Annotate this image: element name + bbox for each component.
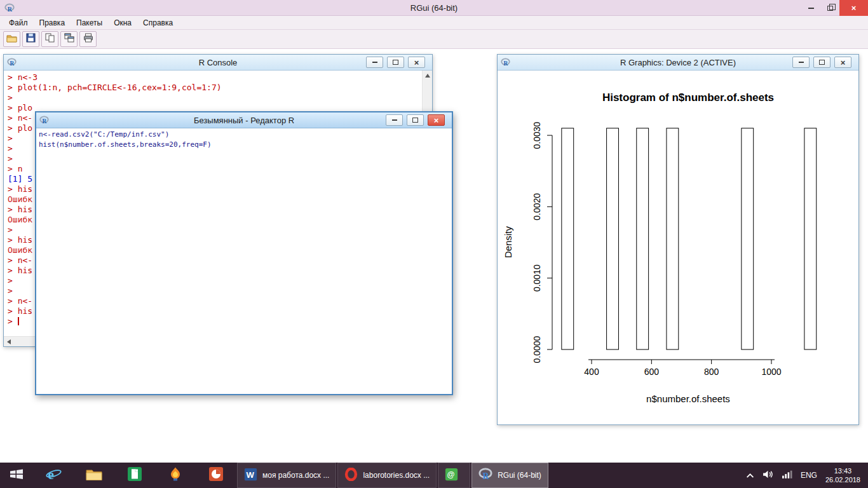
taskbar: e W моя работа.docx ... laborotories.doc… bbox=[0, 463, 868, 488]
taskbar-item-internet-explorer[interactable]: e bbox=[39, 463, 68, 488]
open-script-button[interactable] bbox=[3, 31, 20, 47]
svg-text:R: R bbox=[10, 60, 14, 67]
svg-text:Histogram of n$number.of.sheet: Histogram of n$number.of.sheets bbox=[602, 92, 774, 104]
windows-logo-icon bbox=[9, 468, 24, 483]
editor-area[interactable]: n<-read.csv2("C:/Temp/inf.csv")hist(n$nu… bbox=[36, 128, 452, 394]
menu-file[interactable]: Файл bbox=[3, 16, 34, 30]
taskbar-window-mail[interactable]: @ bbox=[438, 463, 470, 488]
minimize-button[interactable] bbox=[801, 0, 820, 16]
opera-icon bbox=[344, 468, 358, 484]
internet-explorer-icon: e bbox=[45, 466, 62, 485]
tray-time: 13:43 bbox=[825, 466, 860, 475]
console-maximize-button[interactable] bbox=[387, 57, 404, 68]
scroll-left-button[interactable] bbox=[4, 337, 14, 346]
taskbar-item-file-explorer[interactable] bbox=[79, 463, 109, 488]
toolbar bbox=[0, 30, 868, 49]
scroll-up-button[interactable] bbox=[423, 71, 432, 81]
taskbar-item-flame-app[interactable] bbox=[161, 463, 190, 488]
up-arrow-icon bbox=[425, 74, 430, 78]
r-logo-icon: R bbox=[39, 116, 49, 127]
menu-windows[interactable]: Окна bbox=[108, 16, 137, 30]
svg-text:W: W bbox=[247, 470, 255, 479]
r-logo-icon: R bbox=[7, 58, 17, 69]
graphics-maximize-button[interactable] bbox=[813, 57, 831, 68]
restore-button[interactable] bbox=[820, 0, 839, 16]
left-arrow-icon bbox=[7, 339, 11, 344]
start-button[interactable] bbox=[0, 463, 33, 488]
console-line: > plot(1:n, pch=CIRCLE<-16,cex=1:9,col=1… bbox=[8, 83, 421, 93]
editor-window: R Безымянный - Редактор R × n<-read.csv2… bbox=[35, 111, 453, 395]
folder-icon bbox=[86, 468, 102, 484]
tray-expand-button[interactable] bbox=[746, 470, 754, 481]
green-document-app-icon bbox=[127, 466, 142, 484]
console-line: > bbox=[8, 93, 421, 103]
taskbar-window-label: laborotories.docx ... bbox=[363, 471, 430, 480]
graphics-window: R R Graphics: Device 2 (ACTIVE) × Histog… bbox=[497, 54, 859, 425]
graphics-close-button[interactable]: × bbox=[834, 57, 851, 68]
windows-button[interactable] bbox=[60, 31, 78, 47]
flame-app-icon bbox=[168, 466, 183, 484]
svg-text:0.0010: 0.0010 bbox=[532, 264, 542, 292]
editor-line: hist(n$number.of.sheets,breaks=20,freq=F… bbox=[39, 140, 212, 151]
system-tray: ENG 13:43 26.02.2018 bbox=[746, 463, 868, 488]
menu-help[interactable]: Справка bbox=[137, 16, 179, 30]
svg-text:800: 800 bbox=[704, 367, 719, 377]
svg-text:0.0000: 0.0000 bbox=[532, 336, 542, 363]
windows-tile-icon bbox=[64, 33, 74, 45]
text-cursor bbox=[18, 317, 19, 325]
taskbar-item-green-document-app[interactable] bbox=[120, 463, 149, 488]
taskbar-window-label: моя работа.docx ... bbox=[262, 471, 329, 480]
svg-text:R: R bbox=[503, 60, 508, 67]
histogram-canvas: Histogram of n$number.of.sheets400600800… bbox=[498, 71, 858, 424]
console-close-button[interactable]: × bbox=[408, 57, 425, 68]
svg-text:0.0020: 0.0020 bbox=[532, 193, 542, 220]
taskbar-window-rgui[interactable]: R RGui (64-bit) bbox=[471, 463, 548, 488]
copy-paste-button[interactable] bbox=[41, 31, 58, 47]
main-titlebar[interactable]: R RGui (64-bit) × bbox=[0, 0, 868, 16]
print-button[interactable] bbox=[79, 31, 97, 47]
svg-text:0.0030: 0.0030 bbox=[532, 121, 542, 149]
print-icon bbox=[83, 33, 93, 45]
editor-titlebar[interactable]: R Безымянный - Редактор R × bbox=[36, 112, 452, 128]
svg-text:600: 600 bbox=[644, 367, 660, 377]
network-icon[interactable] bbox=[782, 470, 792, 482]
menu-edit[interactable]: Правка bbox=[34, 16, 71, 30]
svg-text:e: e bbox=[48, 466, 54, 482]
mail-at-icon: @ bbox=[445, 468, 458, 484]
copy-paste-icon bbox=[45, 33, 55, 45]
graphics-minimize-button[interactable] bbox=[792, 57, 810, 68]
menu-packages[interactable]: Пакеты bbox=[71, 16, 108, 30]
close-button[interactable]: × bbox=[839, 0, 868, 16]
window-title: RGui (64-bit) bbox=[0, 0, 868, 16]
r-logo-icon: R bbox=[501, 58, 510, 69]
save-floppy-icon bbox=[26, 33, 36, 45]
console-minimize-button[interactable] bbox=[366, 57, 383, 68]
volume-icon[interactable] bbox=[763, 470, 773, 482]
clock[interactable]: 13:43 26.02.2018 bbox=[825, 466, 860, 484]
taskbar-window-word-doc[interactable]: W моя работа.docx ... bbox=[237, 463, 336, 488]
editor-minimize-button[interactable] bbox=[386, 114, 403, 126]
language-indicator[interactable]: ENG bbox=[801, 471, 817, 480]
taskbar-window-label: RGui (64-bit) bbox=[498, 471, 541, 480]
graphics-titlebar[interactable]: R R Graphics: Device 2 (ACTIVE) × bbox=[498, 55, 858, 71]
word-icon: W bbox=[244, 468, 257, 484]
svg-text:Density: Density bbox=[503, 226, 513, 258]
save-button[interactable] bbox=[22, 31, 39, 47]
svg-text:R: R bbox=[42, 118, 46, 125]
taskbar-window-opera-doc[interactable]: laborotories.docx ... bbox=[337, 463, 437, 488]
editor-line: n<-read.csv2("C:/Temp/inf.csv") bbox=[39, 130, 212, 140]
console-titlebar[interactable]: R R Console × bbox=[4, 55, 432, 71]
tray-date: 26.02.2018 bbox=[825, 475, 860, 484]
console-line: > n<-3 bbox=[8, 72, 421, 83]
svg-text:1000: 1000 bbox=[761, 367, 781, 377]
presentation-app-icon bbox=[208, 466, 224, 484]
svg-text:R: R bbox=[483, 471, 490, 480]
menubar: Файл Правка Пакеты Окна Справка bbox=[0, 16, 868, 30]
editor-maximize-button[interactable] bbox=[407, 114, 424, 126]
taskbar-item-presentation-app[interactable] bbox=[201, 463, 231, 488]
open-folder-icon bbox=[6, 34, 17, 45]
r-logo-icon: R bbox=[478, 468, 492, 483]
editor-close-button[interactable]: × bbox=[428, 114, 445, 126]
svg-text:@: @ bbox=[447, 470, 455, 479]
svg-text:n$number.of.sheets: n$number.of.sheets bbox=[646, 393, 730, 404]
